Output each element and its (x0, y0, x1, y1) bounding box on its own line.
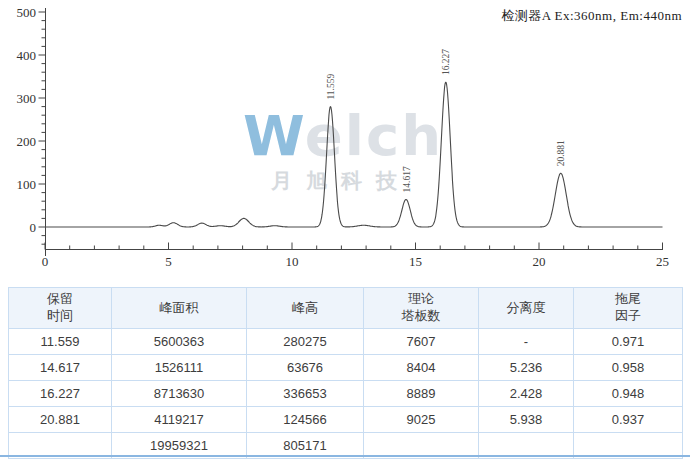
chromatogram-trace (45, 82, 663, 227)
table-row: 20.881411921712456690255.9380.937 (9, 407, 683, 433)
cell-r0-c3: 7607 (364, 329, 479, 355)
svg-text:0: 0 (30, 220, 37, 235)
svg-text:15: 15 (409, 254, 422, 269)
cell-r0-c0: 11.559 (9, 329, 112, 355)
cell-r1-c1: 1526111 (112, 355, 247, 381)
cell-r2-c3: 8889 (364, 381, 479, 407)
svg-text:20: 20 (533, 254, 546, 269)
column-header-0: 保留 时间 (9, 288, 112, 329)
column-header-1: 峰面积 (112, 288, 247, 329)
cell-r1-c3: 8404 (364, 355, 479, 381)
cell-r1-c0: 14.617 (9, 355, 112, 381)
cell-r3-c4: 5.938 (479, 407, 574, 433)
table-row: 16.227871363033665388892.4280.948 (9, 381, 683, 407)
table-row: 14.61715261116367684045.2360.958 (9, 355, 683, 381)
svg-text:5: 5 (165, 254, 172, 269)
svg-text:25: 25 (656, 254, 669, 269)
cell-r3-c5: 0.937 (574, 407, 683, 433)
cell-r1-c5: 0.958 (574, 355, 683, 381)
chromatogram-plot: 0100200300400500051015202511.55914.61716… (0, 0, 690, 285)
cell-r0-c1: 5600363 (112, 329, 247, 355)
chromatogram-chart: Welch 月旭科技 0100200300400500051015202511.… (0, 0, 690, 285)
cell-r3-c2: 124566 (247, 407, 364, 433)
svg-text:400: 400 (17, 48, 37, 63)
svg-text:100: 100 (17, 177, 37, 192)
column-header-2: 峰高 (247, 288, 364, 329)
cell-r1-c4: 5.236 (479, 355, 574, 381)
svg-text:0: 0 (42, 254, 49, 269)
cell-r3-c1: 4119217 (112, 407, 247, 433)
cell-r2-c4: 2.428 (479, 381, 574, 407)
cell-r2-c5: 0.948 (574, 381, 683, 407)
peak-label: 20.881 (556, 140, 566, 166)
peak-table: 保留 时间峰面积峰高理论 塔板数分离度拖尾 因子 11.559560036328… (8, 287, 683, 459)
table-bottom-accent (0, 455, 690, 457)
peak-label: 16.227 (441, 49, 451, 75)
svg-text:200: 200 (17, 134, 37, 149)
svg-text:300: 300 (17, 91, 37, 106)
column-header-3: 理论 塔板数 (364, 288, 479, 329)
peak-table-header-row: 保留 时间峰面积峰高理论 塔板数分离度拖尾 因子 (9, 288, 683, 329)
column-header-4: 分离度 (479, 288, 574, 329)
peak-label: 14.617 (402, 166, 412, 192)
cell-r2-c2: 336653 (247, 381, 364, 407)
cell-r0-c5: 0.971 (574, 329, 683, 355)
cell-r2-c0: 16.227 (9, 381, 112, 407)
detector-label: 检测器A Ex:360nm, Em:440nm (501, 7, 682, 25)
column-header-5: 拖尾 因子 (574, 288, 683, 329)
svg-text:500: 500 (17, 5, 37, 20)
cell-r3-c0: 20.881 (9, 407, 112, 433)
peak-label: 11.559 (326, 74, 336, 100)
cell-r0-c4: - (479, 329, 574, 355)
chromatogram-report: Welch 月旭科技 0100200300400500051015202511.… (0, 0, 690, 462)
cell-r0-c2: 280275 (247, 329, 364, 355)
cell-r1-c2: 63676 (247, 355, 364, 381)
svg-text:10: 10 (286, 254, 299, 269)
cell-r2-c1: 8713630 (112, 381, 247, 407)
cell-r3-c3: 9025 (364, 407, 479, 433)
table-row: 11.55956003632802757607-0.971 (9, 329, 683, 355)
